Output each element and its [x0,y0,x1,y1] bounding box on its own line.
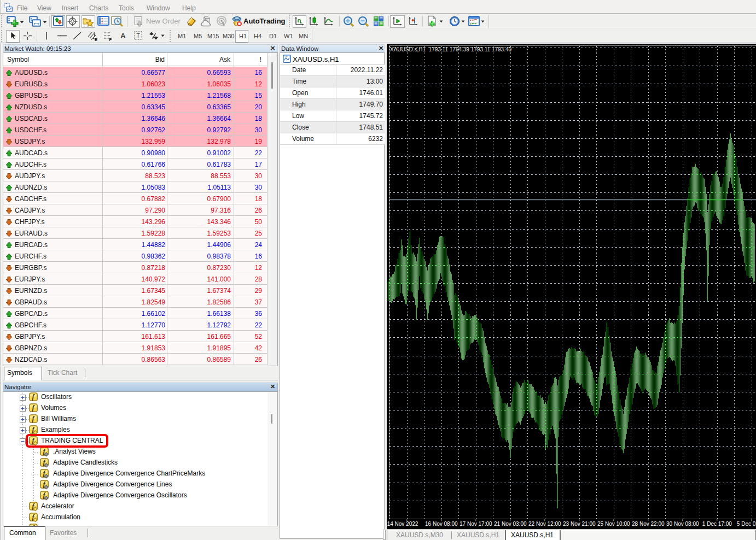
svg-text:14 Nov 2022: 14 Nov 2022 [387,521,418,527]
svg-text:25 Nov 10:00: 25 Nov 10:00 [597,521,630,527]
svg-text:22 Nov 12:00: 22 Nov 12:00 [528,521,561,527]
svg-text:21 Nov 03:00: 21 Nov 03:00 [494,521,527,527]
svg-text:17 Nov 17:00: 17 Nov 17:00 [460,521,492,527]
svg-text:1 Dec 17:00: 1 Dec 17:00 [702,521,732,527]
svg-text:16 Nov 08:00: 16 Nov 08:00 [425,521,458,527]
svg-text:28 Nov 22:00: 28 Nov 22:00 [632,521,665,527]
svg-text:23 Nov 21:00: 23 Nov 21:00 [563,521,596,527]
svg-text:F: F [109,37,112,42]
svg-text:E: E [95,37,97,42]
svg-text:T: T [136,32,140,39]
svg-text:XAUUSD.s,H1 1793.11 1794.39 1: XAUUSD.s,H1 1793.11 1794.39 1793.11 1793… [390,46,511,52]
svg-text:5 Dec 02:00: 5 Dec 02:00 [737,521,756,527]
svg-text:30 Nov 08:00: 30 Nov 08:00 [666,521,699,527]
